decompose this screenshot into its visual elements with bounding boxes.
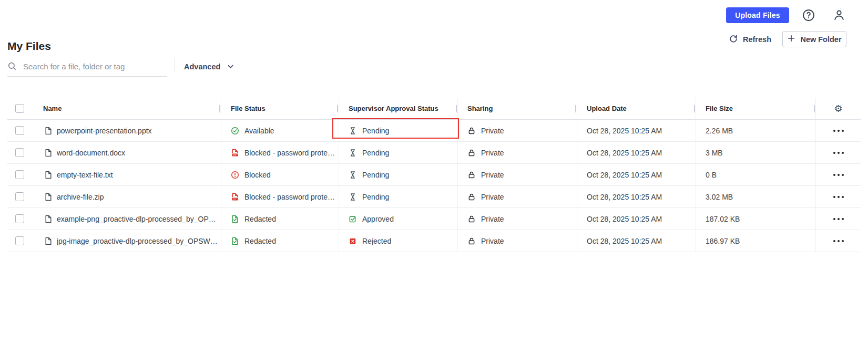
file-size: 187.02 KB bbox=[706, 215, 740, 223]
ellipsis-icon bbox=[833, 218, 844, 220]
row-checkbox[interactable] bbox=[15, 192, 24, 201]
ellipsis-icon bbox=[833, 196, 844, 198]
blocked-password-file-icon bbox=[231, 149, 239, 157]
file-row[interactable]: powerpoint-presentation.pptx Available P… bbox=[7, 120, 861, 142]
refresh-button[interactable]: Refresh bbox=[729, 32, 771, 47]
pending-hourglass-icon bbox=[349, 149, 357, 157]
file-status-label: Redacted bbox=[244, 237, 276, 245]
row-checkbox[interactable] bbox=[15, 126, 24, 135]
row-actions-button[interactable] bbox=[833, 218, 844, 220]
file-name: powerpoint-presentation.pptx bbox=[57, 127, 152, 135]
approved-check-square-icon bbox=[349, 215, 357, 223]
file-icon bbox=[44, 149, 53, 157]
ellipsis-icon bbox=[833, 174, 844, 176]
available-circle-check-icon bbox=[231, 127, 239, 135]
sharing-label: Private bbox=[481, 215, 504, 223]
file-size: 3 MB bbox=[706, 149, 723, 157]
upload-date: Oct 28, 2025 10:25 AM bbox=[587, 215, 662, 223]
search-advanced-divider bbox=[175, 58, 175, 73]
user-account-button[interactable] bbox=[832, 8, 846, 23]
approval-status-label: Pending bbox=[362, 193, 389, 201]
upload-files-button[interactable]: Upload Files bbox=[726, 7, 789, 23]
file-icon bbox=[44, 171, 53, 179]
help-button[interactable] bbox=[801, 8, 816, 23]
approval-status-label: Pending bbox=[362, 127, 389, 135]
row-actions-button[interactable] bbox=[833, 196, 844, 198]
files-table: Name File Status Supervisor Approval Sta… bbox=[7, 98, 861, 252]
file-row[interactable]: empty-text-file.txt Blocked Pending Priv… bbox=[7, 164, 861, 186]
file-status-label: Blocked - password prote… bbox=[244, 149, 335, 157]
pending-hourglass-icon bbox=[349, 193, 357, 201]
file-status-label: Blocked bbox=[244, 171, 271, 179]
row-actions-button[interactable] bbox=[833, 240, 844, 242]
approval-status-label: Pending bbox=[362, 171, 389, 179]
private-lock-icon bbox=[467, 171, 476, 179]
pending-hourglass-icon bbox=[349, 127, 357, 135]
file-row[interactable]: example-png_proactive-dlp-processed_by_O… bbox=[7, 208, 861, 230]
row-actions-button[interactable] bbox=[833, 130, 844, 132]
upload-date: Oct 28, 2025 10:25 AM bbox=[587, 237, 662, 245]
file-status-label: Redacted bbox=[244, 215, 276, 223]
file-icon bbox=[44, 237, 53, 245]
refresh-label: Refresh bbox=[743, 35, 771, 44]
row-checkbox[interactable] bbox=[15, 148, 24, 157]
file-size: 3.02 MB bbox=[706, 193, 733, 201]
row-checkbox[interactable] bbox=[15, 236, 24, 245]
row-checkbox[interactable] bbox=[15, 170, 24, 179]
private-lock-icon bbox=[467, 149, 476, 157]
advanced-search-button[interactable]: Advanced bbox=[184, 56, 234, 77]
row-actions-button[interactable] bbox=[833, 174, 844, 176]
file-name: archive-file.zip bbox=[57, 193, 104, 201]
advanced-label: Advanced bbox=[184, 63, 220, 71]
file-icon bbox=[44, 215, 53, 223]
file-name: empty-text-file.txt bbox=[57, 171, 113, 179]
upload-date: Oct 28, 2025 10:25 AM bbox=[587, 149, 662, 157]
file-row[interactable]: word-document.docx Blocked - password pr… bbox=[7, 142, 861, 164]
blocked-exclamation-icon bbox=[231, 171, 239, 179]
redacted-file-check-icon bbox=[231, 215, 239, 223]
file-size: 0 B bbox=[706, 171, 717, 179]
private-lock-icon bbox=[467, 127, 476, 135]
select-all-checkbox[interactable] bbox=[15, 104, 24, 113]
new-folder-label: New Folder bbox=[800, 35, 841, 44]
file-icon bbox=[44, 193, 53, 201]
column-header-file-status[interactable]: File Status bbox=[221, 98, 339, 119]
file-name: jpg-image_proactive-dlp-processed_by_OPS… bbox=[57, 237, 218, 245]
upload-date: Oct 28, 2025 10:25 AM bbox=[587, 193, 662, 201]
ellipsis-icon bbox=[833, 152, 844, 154]
column-header-sharing[interactable]: Sharing bbox=[457, 98, 577, 119]
file-row[interactable]: archive-file.zip Blocked - password prot… bbox=[7, 186, 861, 208]
sharing-label: Private bbox=[481, 149, 504, 157]
sharing-label: Private bbox=[481, 171, 504, 179]
approval-status-label: Approved bbox=[362, 215, 394, 223]
column-header-upload-date[interactable]: Upload Date bbox=[577, 98, 696, 119]
private-lock-icon bbox=[467, 215, 476, 223]
rejected-x-square-icon bbox=[349, 237, 357, 245]
file-status-label: Available bbox=[244, 127, 274, 135]
private-lock-icon bbox=[467, 237, 476, 245]
file-name: word-document.docx bbox=[57, 149, 125, 157]
plus-icon bbox=[787, 34, 795, 44]
search-input[interactable] bbox=[22, 61, 158, 71]
redacted-file-check-icon bbox=[231, 237, 239, 245]
refresh-icon bbox=[729, 34, 738, 45]
blocked-password-file-icon bbox=[231, 193, 239, 201]
column-settings-button[interactable]: ⚙ bbox=[832, 102, 845, 115]
row-checkbox[interactable] bbox=[15, 214, 24, 223]
file-row[interactable]: jpg-image_proactive-dlp-processed_by_OPS… bbox=[7, 230, 861, 252]
help-icon bbox=[802, 8, 815, 24]
chevron-down-icon bbox=[227, 63, 234, 70]
file-size: 186.97 KB bbox=[706, 237, 740, 245]
sharing-label: Private bbox=[481, 237, 504, 245]
pending-hourglass-icon bbox=[349, 171, 357, 179]
column-header-file-size[interactable]: File Size bbox=[696, 98, 815, 119]
new-folder-button[interactable]: New Folder bbox=[782, 31, 846, 47]
sharing-label: Private bbox=[481, 193, 504, 201]
column-header-name[interactable]: Name bbox=[34, 98, 221, 119]
approval-status-label: Rejected bbox=[362, 237, 391, 245]
row-actions-button[interactable] bbox=[833, 152, 844, 154]
sharing-label: Private bbox=[481, 127, 504, 135]
column-header-approval[interactable]: Supervisor Approval Status bbox=[339, 98, 457, 119]
upload-date: Oct 28, 2025 10:25 AM bbox=[587, 127, 662, 135]
file-status-label: Blocked - password prote… bbox=[244, 193, 335, 201]
